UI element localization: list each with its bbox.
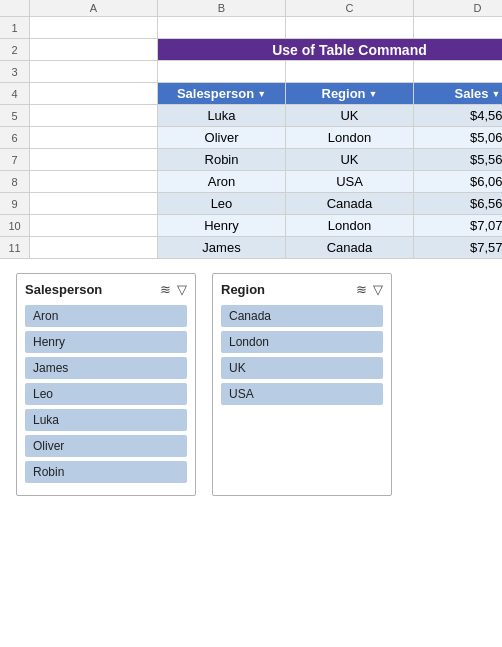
cell-region-7: UK <box>286 149 414 171</box>
cell-sales-8: $6,069,191 <box>414 171 502 193</box>
cell-b6-empty <box>30 127 158 149</box>
row-9: 9 Leo Canada $6,569,697 <box>0 193 502 215</box>
cell-d1 <box>286 17 414 39</box>
cell-region-8: USA <box>286 171 414 193</box>
col-header-a: A <box>30 0 158 17</box>
cell-sales-7: $5,568,685 <box>414 149 502 171</box>
list-item[interactable]: USA <box>221 383 383 405</box>
row-num-7: 7 <box>0 149 30 171</box>
salesperson-filter-icons: ≋ ▽ <box>160 282 187 297</box>
spreadsheet: A B C D E 1 2 Use of Table Command 3 4 S… <box>0 0 502 259</box>
region-filter-title: Region <box>221 282 265 297</box>
row-6: 6 Oliver London $5,068,179 <box>0 127 502 149</box>
cell-region-5: UK <box>286 105 414 127</box>
col-header-d: D <box>414 0 502 17</box>
cell-salesperson-11: James <box>158 237 286 259</box>
row-7: 7 Robin UK $5,568,685 <box>0 149 502 171</box>
row-3: 3 <box>0 61 502 83</box>
table-data: 5 Luka UK $4,567,673 6 Oliver London $5,… <box>0 105 502 259</box>
salesperson-filter-panel: Salesperson ≋ ▽ AronHenryJamesLeoLukaOli… <box>16 273 196 496</box>
row-num-5: 5 <box>0 105 30 127</box>
cell-e1 <box>414 17 502 39</box>
salesperson-filter-icon[interactable]: ▽ <box>177 282 187 297</box>
row-num-4: 4 <box>0 83 30 105</box>
row-5: 5 Luka UK $4,567,673 <box>0 105 502 127</box>
region-filter-icon[interactable]: ▽ <box>373 282 383 297</box>
title-cell: Use of Table Command <box>158 39 502 61</box>
row-num-2: 2 <box>0 39 30 61</box>
cell-sales-9: $6,569,697 <box>414 193 502 215</box>
cell-salesperson-6: Oliver <box>158 127 286 149</box>
cell-b4 <box>30 83 158 105</box>
row-num-3: 3 <box>0 61 30 83</box>
header-region[interactable]: Region ▼ <box>286 83 414 105</box>
cell-salesperson-5: Luka <box>158 105 286 127</box>
cell-sales-6: $5,068,179 <box>414 127 502 149</box>
col-header-b: B <box>158 0 286 17</box>
region-filter-icons: ≋ ▽ <box>356 282 383 297</box>
row-1: 1 <box>0 17 502 39</box>
column-header-row: A B C D E <box>0 0 502 17</box>
salesperson-sort-icon[interactable]: ≋ <box>160 282 171 297</box>
col-header-c: C <box>286 0 414 17</box>
region-items: CanadaLondonUKUSA <box>221 305 383 405</box>
corner-cell <box>0 0 30 17</box>
cell-region-9: Canada <box>286 193 414 215</box>
cell-c3 <box>158 61 286 83</box>
list-item[interactable]: London <box>221 331 383 353</box>
filter-panels: Salesperson ≋ ▽ AronHenryJamesLeoLukaOli… <box>0 259 502 510</box>
row-4: 4 Salesperson ▼ Region ▼ Sales ▼ <box>0 83 502 105</box>
cell-sales-10: $7,070,203 <box>414 215 502 237</box>
cell-salesperson-10: Henry <box>158 215 286 237</box>
cell-salesperson-9: Leo <box>158 193 286 215</box>
list-item[interactable]: Robin <box>25 461 187 483</box>
header-region-label: Region <box>322 86 366 101</box>
list-item[interactable]: Oliver <box>25 435 187 457</box>
cell-b5-empty <box>30 105 158 127</box>
list-item[interactable]: Aron <box>25 305 187 327</box>
sales-dropdown-icon[interactable]: ▼ <box>492 89 501 99</box>
list-item[interactable]: Leo <box>25 383 187 405</box>
cell-b10-empty <box>30 215 158 237</box>
cell-d3 <box>286 61 414 83</box>
row-num-1: 1 <box>0 17 30 39</box>
cell-b8-empty <box>30 171 158 193</box>
cell-b7-empty <box>30 149 158 171</box>
region-sort-icon[interactable]: ≋ <box>356 282 367 297</box>
cell-salesperson-7: Robin <box>158 149 286 171</box>
row-num-9: 9 <box>0 193 30 215</box>
header-salesperson[interactable]: Salesperson ▼ <box>158 83 286 105</box>
cell-b1 <box>30 17 158 39</box>
list-item[interactable]: Canada <box>221 305 383 327</box>
cell-sales-5: $4,567,673 <box>414 105 502 127</box>
cell-region-6: London <box>286 127 414 149</box>
list-item[interactable]: Luka <box>25 409 187 431</box>
cell-c1 <box>158 17 286 39</box>
header-sales[interactable]: Sales ▼ <box>414 83 502 105</box>
list-item[interactable]: Henry <box>25 331 187 353</box>
row-num-10: 10 <box>0 215 30 237</box>
cell-b3 <box>30 61 158 83</box>
row-2: 2 Use of Table Command <box>0 39 502 61</box>
region-dropdown-icon[interactable]: ▼ <box>369 89 378 99</box>
row-num-11: 11 <box>0 237 30 259</box>
list-item[interactable]: UK <box>221 357 383 379</box>
cell-b2 <box>30 39 158 61</box>
cell-sales-11: $7,570,709 <box>414 237 502 259</box>
row-num-6: 6 <box>0 127 30 149</box>
row-num-8: 8 <box>0 171 30 193</box>
row-10: 10 Henry London $7,070,203 <box>0 215 502 237</box>
cell-salesperson-8: Aron <box>158 171 286 193</box>
cell-region-11: Canada <box>286 237 414 259</box>
row-11: 11 James Canada $7,570,709 <box>0 237 502 259</box>
salesperson-items: AronHenryJamesLeoLukaOliverRobin <box>25 305 187 483</box>
salesperson-dropdown-icon[interactable]: ▼ <box>257 89 266 99</box>
salesperson-filter-title: Salesperson <box>25 282 102 297</box>
region-filter-header: Region ≋ ▽ <box>221 282 383 297</box>
cell-b11-empty <box>30 237 158 259</box>
salesperson-filter-header: Salesperson ≋ ▽ <box>25 282 187 297</box>
cell-e3 <box>414 61 502 83</box>
row-8: 8 Aron USA $6,069,191 <box>0 171 502 193</box>
list-item[interactable]: James <box>25 357 187 379</box>
cell-region-10: London <box>286 215 414 237</box>
